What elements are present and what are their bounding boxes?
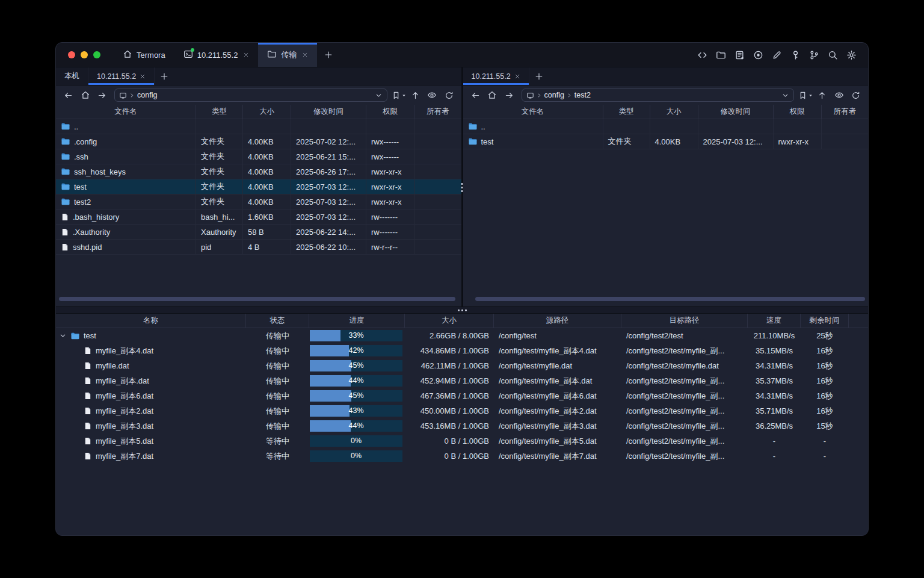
column-header[interactable]: 类型 [603, 105, 650, 119]
horizontal-scrollbar[interactable] [59, 297, 455, 301]
transfer-row[interactable]: myfile_副本6.dat传输中45%467.36MB / 1.00GB/co… [56, 388, 868, 403]
transfer-status-cell: 传输中 [246, 406, 309, 417]
close-window-button[interactable] [68, 51, 75, 58]
parent-dir-button[interactable] [814, 88, 830, 102]
file-type: 文件夹 [201, 136, 224, 147]
column-header[interactable]: 速度 [748, 314, 801, 328]
home-button[interactable] [484, 88, 500, 102]
file-icon [84, 406, 92, 415]
transfer-progress-cell: 0% [309, 434, 405, 449]
file-row[interactable]: .. [463, 119, 869, 134]
file-row[interactable]: .config文件夹4.00KB2025-07-02 12:...rwx----… [56, 134, 461, 149]
show-hidden-button[interactable] [831, 88, 847, 102]
transfer-remaining-cell: 16秒 [801, 361, 849, 371]
panel-tab-remote[interactable]: 10.211.55.2 [88, 67, 155, 85]
transfer-row[interactable]: myfile_副本2.dat传输中43%450.00MB / 1.00GB/co… [56, 403, 868, 418]
horizontal-splitter-handle-icon[interactable] [458, 309, 467, 311]
bookmark-button[interactable] [798, 91, 813, 100]
new-tab-button[interactable] [317, 43, 340, 67]
record-button[interactable] [751, 48, 765, 62]
back-button[interactable] [60, 88, 76, 102]
column-header[interactable]: 目标路径 [621, 314, 748, 328]
transfer-row[interactable]: myfile_副本3.dat传输中44%453.16MB / 1.00GB/co… [56, 418, 868, 434]
close-icon[interactable] [243, 52, 249, 58]
column-header[interactable]: 进度 [309, 314, 405, 328]
titlebar-tab-ssh-session[interactable]: 10.211.55.2 [174, 43, 259, 67]
chevron-down-icon[interactable] [375, 92, 383, 99]
collapse-toggle[interactable] [58, 332, 67, 340]
horizontal-splitter[interactable] [56, 306, 868, 314]
close-icon[interactable] [140, 73, 146, 79]
path-bar[interactable]: config [114, 89, 387, 102]
forward-button[interactable] [501, 88, 517, 102]
parent-dir-button[interactable] [407, 88, 424, 102]
titlebar-tab-home[interactable]: Termora [114, 43, 174, 67]
show-hidden-button[interactable] [424, 88, 440, 102]
file-row[interactable]: sshd.pidpid4 B2025-06-22 10:...rw-r--r-- [56, 240, 461, 255]
path-bar[interactable]: configtest2 [522, 89, 795, 102]
edit-button[interactable] [769, 48, 784, 62]
column-header[interactable]: 名称 [56, 314, 246, 328]
transfer-row[interactable]: test传输中33%2.66GB / 8.00GB/config/test/co… [56, 328, 868, 343]
transfer-row[interactable]: myfile_副本7.dat等待中0%0 B / 1.00GB/config/t… [56, 449, 868, 464]
home-button[interactable] [77, 88, 93, 102]
column-header[interactable]: 修改时间 [698, 105, 774, 119]
path-segment[interactable]: config [544, 91, 564, 99]
column-header[interactable]: 所有者 [822, 105, 869, 119]
file-row[interactable]: test文件夹4.00KB2025-07-03 12:...rwxr-xr-x [56, 179, 461, 194]
column-header[interactable]: 文件名 [56, 105, 196, 119]
back-button[interactable] [467, 88, 484, 102]
panel-new-tab-button[interactable] [155, 67, 174, 85]
folder-button[interactable] [713, 48, 728, 62]
panel-new-tab-button[interactable] [529, 67, 549, 85]
transfer-row[interactable]: myfile_副本.dat传输中44%452.94MB / 1.00GB/con… [56, 373, 868, 388]
key-button[interactable] [788, 48, 802, 62]
column-header[interactable]: 状态 [246, 314, 309, 328]
keychain-button[interactable] [807, 48, 821, 62]
path-segment[interactable]: test2 [574, 91, 591, 99]
column-header[interactable]: 大小 [650, 105, 698, 119]
file-name-cell: test2 [56, 194, 196, 209]
file-row[interactable]: ssh_host_keys文件夹4.00KB2025-06-26 17:...r… [56, 164, 461, 179]
file-row[interactable]: .XauthorityXauthority58 B2025-06-22 14:.… [56, 225, 461, 240]
column-header[interactable]: 大小 [405, 314, 494, 328]
file-row[interactable]: test文件夹4.00KB2025-07-03 12:...rwxr-xr-x [463, 134, 869, 149]
refresh-button[interactable] [848, 88, 864, 102]
minimize-window-button[interactable] [81, 51, 88, 58]
close-icon[interactable] [514, 73, 520, 79]
file-row[interactable]: .. [56, 119, 461, 134]
column-header[interactable]: 文件名 [463, 105, 603, 119]
transfer-row[interactable]: myfile_副本4.dat传输中42%434.86MB / 1.00GB/co… [56, 343, 868, 358]
close-icon[interactable] [302, 52, 308, 58]
file-row[interactable]: .ssh文件夹4.00KB2025-06-21 15:...rwx------ [56, 149, 461, 164]
zoom-window-button[interactable] [93, 51, 100, 58]
column-header[interactable]: 源路径 [494, 314, 621, 328]
chevron-down-icon[interactable] [781, 92, 789, 99]
column-header[interactable]: 剩余时间 [801, 314, 849, 328]
transfer-row[interactable]: myfile.dat传输中45%462.11MB / 1.00GB/config… [56, 358, 868, 373]
column-header[interactable]: 权限 [774, 105, 822, 119]
target-path: /config/test2/test/myfile_副... [626, 406, 724, 415]
panel-tab-local[interactable]: 本机 [56, 67, 88, 85]
column-header[interactable]: 所有者 [414, 105, 461, 119]
bookmark-button[interactable] [392, 91, 407, 100]
refresh-button[interactable] [441, 88, 457, 102]
column-header[interactable]: 修改时间 [291, 105, 366, 119]
path-segment[interactable]: config [137, 91, 157, 99]
settings-button[interactable] [844, 48, 858, 62]
column-header[interactable]: 权限 [366, 105, 414, 119]
file-row[interactable]: .bash_historybash_hi...1.60KB2025-07-03 … [56, 210, 461, 225]
column-header[interactable]: 类型 [196, 105, 243, 119]
transfer-target-cell: /config/test2/test/myfile_副... [621, 421, 748, 432]
code-button[interactable] [695, 48, 709, 62]
titlebar-tab-transfer[interactable]: 传输 [258, 43, 317, 67]
horizontal-scrollbar[interactable] [475, 297, 866, 301]
forward-button[interactable] [94, 88, 110, 102]
transfer-row[interactable]: myfile_副本5.dat等待中0%0 B / 1.00GB/config/t… [56, 434, 868, 449]
column-header[interactable]: 大小 [243, 105, 291, 119]
file-row[interactable]: test2文件夹4.00KB2025-07-03 12:...rwxr-xr-x [56, 194, 461, 210]
transfer-size-cell: 452.94MB / 1.00GB [405, 376, 494, 385]
log-button[interactable] [732, 48, 747, 62]
panel-tab-remote[interactable]: 10.211.55.2 [463, 67, 529, 85]
search-button[interactable] [825, 48, 840, 62]
